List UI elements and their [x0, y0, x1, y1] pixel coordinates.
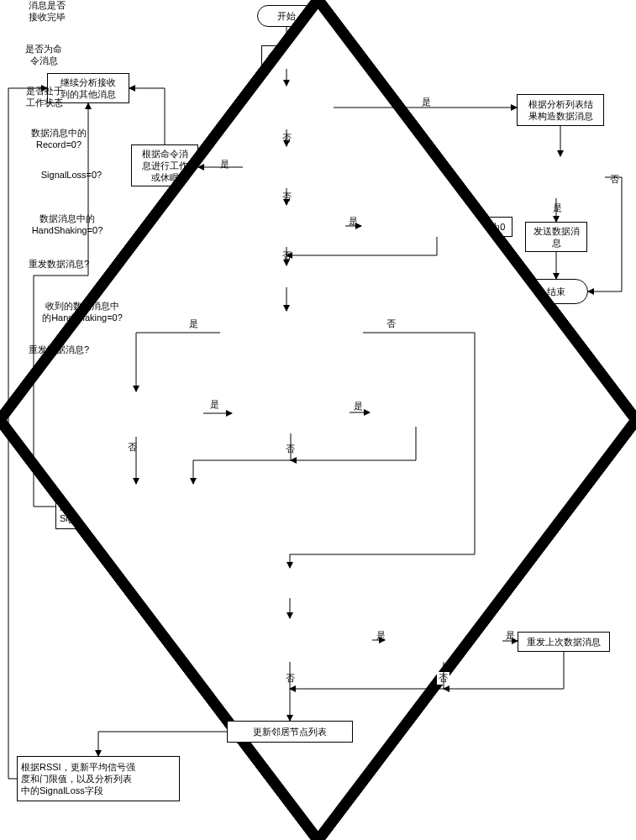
rssi-b-label: 根据RSSI，更新平均信号强 度和门限值，以及分析列表 中的SignalLoss…	[21, 761, 135, 797]
node-update-nbr: 更新邻居节点列表	[227, 721, 353, 743]
lbl-resenda-yes: 是	[352, 400, 365, 412]
lbl-done-yes: 是	[420, 96, 433, 108]
dec-working-label: 是否处于 工作状态	[26, 86, 63, 108]
node-resend-act-b: 重发上次数据消息	[518, 632, 610, 652]
resend-act-b-label: 重发上次数据消息	[527, 636, 601, 648]
lbl-resendb-yes: 是	[504, 629, 517, 642]
update-nbr-label: 更新邻居节点列表	[253, 726, 327, 738]
lbl-iscmd-yes: 是	[218, 158, 231, 171]
dec-done-label: 消息是否 接收完毕	[29, 0, 66, 22]
lbl-hs0a-no: 否	[126, 441, 139, 454]
lbl-iscmd-no: 否	[281, 191, 293, 203]
dec-resend-b: 重发数据消息?	[0, 344, 118, 386]
lbl-rec0-no: 否	[281, 249, 293, 262]
lbl-done-no: 否	[281, 132, 293, 144]
dec-rec0-label: 数据消息中的 Record=0?	[31, 128, 87, 150]
lbl-working-yes: 是	[551, 202, 564, 214]
dec-iscmd-label: 是否为命 令消息	[25, 44, 62, 66]
lbl-resenda-no: 否	[284, 443, 297, 455]
dec-hs0b-label: 收到的数据消息中 的HandShaking=0?	[42, 301, 123, 323]
lbl-hs0a-yes: 是	[208, 398, 221, 411]
dec-resend-b-label: 重发数据消息?	[29, 344, 89, 354]
node-rssi-b: 根据RSSI，更新平均信号强 度和门限值，以及分析列表 中的SignalLoss…	[17, 756, 180, 801]
lbl-hs0b-yes: 是	[375, 629, 387, 642]
dec-sigloss-label: SignalLoss=0?	[41, 170, 102, 180]
svg-marker-8	[0, 0, 636, 840]
lbl-sigloss-no: 否	[385, 318, 397, 330]
lbl-resendb-no: 否	[437, 672, 449, 685]
lbl-working-no: 否	[608, 173, 621, 186]
dec-resend-a-label: 重发数据消息?	[29, 259, 89, 269]
lbl-sigloss-yes: 是	[187, 318, 200, 330]
lbl-hs0b-no: 否	[284, 672, 297, 685]
dec-hs0a-label: 数据消息中的 HandShaking=0?	[32, 213, 103, 235]
lbl-rec0-yes: 是	[347, 215, 360, 228]
